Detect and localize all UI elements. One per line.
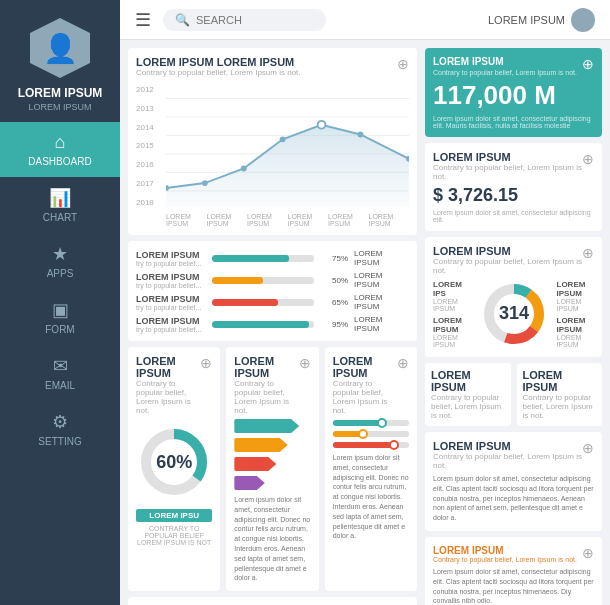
- dollar-stat-header: LOREM IPSUM Contrary to popular belief, …: [433, 151, 594, 181]
- sidebar-nav: ⌂ DASHBOARD 📊 CHART ★ APPS ▣ FORM ✉ EMAI…: [0, 122, 120, 457]
- sidebar-item-email[interactable]: ✉ EMAIL: [0, 345, 120, 401]
- half-card-1: LOREM IPSUM Contrary to popular belief, …: [517, 363, 603, 426]
- donut-info: LOREM IPSU CONTRARY TO POPULAR BELIEF LO…: [136, 509, 212, 546]
- progress-pct-2: 65%: [320, 298, 348, 307]
- chart-title-group: LOREM IPSUM LOREM IPSUM Contrary to popu…: [136, 56, 301, 77]
- donut-right-title: LOREM IPSUM: [433, 245, 582, 257]
- slider-thumb-0[interactable]: [377, 418, 387, 428]
- text-card-add-button[interactable]: ⊕: [582, 440, 594, 470]
- year-2015: 2015: [136, 141, 164, 150]
- chart-add-button[interactable]: ⊕: [397, 56, 409, 72]
- progress-bg-2: [212, 299, 314, 306]
- big-stat-title-group: LOREM IPSUM Contrary to popular belief, …: [433, 56, 577, 76]
- sidebar-label-apps: APPS: [47, 268, 74, 279]
- dollar-stat-add-button[interactable]: ⊕: [582, 151, 594, 167]
- dashboard-icon: ⌂: [55, 132, 66, 153]
- sliders-body: Lorem ipsum dolor sit amet, consectetur …: [333, 453, 409, 541]
- slider-row-2: [333, 442, 409, 448]
- sidebar: 👤 LOREM IPSUM LOREM IPSUM ⌂ DASHBOARD 📊 …: [0, 0, 120, 605]
- search-input[interactable]: [196, 14, 314, 26]
- half-card-subtitle-1: Contrary to popular belief, Lorem Ipsum …: [523, 393, 597, 420]
- donut-card-title: LOREM IPSUM: [136, 355, 200, 379]
- donut-rr-0: LOREM IPSUM LOREM IPSUM: [557, 280, 595, 312]
- chart-icon: 📊: [49, 187, 71, 209]
- arrow-card-title: LOREM IPSUM: [234, 355, 298, 379]
- big-stat-title: LOREM IPSUM: [433, 56, 577, 67]
- svg-point-8: [202, 180, 208, 186]
- progress-fill-1: [212, 277, 263, 284]
- big-stat-add-button[interactable]: ⊕: [582, 56, 594, 72]
- orange-card-body: Lorem ipsum dolor sit amet, consectetur …: [433, 567, 594, 605]
- sidebar-item-apps[interactable]: ★ APPS: [0, 233, 120, 289]
- arrow-add-button[interactable]: ⊕: [299, 355, 311, 371]
- two-col-cards: LOREM IPSUM Contrary to popular belief, …: [425, 363, 602, 426]
- topbar: ☰ 🔍 LOREM IPSUM: [120, 0, 610, 40]
- progress-fill-0: [212, 255, 289, 262]
- line-chart-svg: [166, 81, 409, 207]
- slider-fill-2: [333, 442, 394, 448]
- donut-right-add-button[interactable]: ⊕: [582, 245, 594, 261]
- donut-right-card: LOREM IPSUM Contrary to popular belief, …: [425, 237, 602, 357]
- slider-thumb-2[interactable]: [389, 440, 399, 450]
- sidebar-item-setting[interactable]: ⚙ SETTING: [0, 401, 120, 457]
- chart-x-labels: LOREM IPSUM LOREM IPSUM LOREM IPSUM LORE…: [166, 213, 409, 227]
- progress-card: LOREM IPSUM try to popular belief... 75%…: [128, 241, 417, 341]
- sliders-card: LOREM IPSUM Contrary to popular belief, …: [325, 347, 417, 591]
- donut-rr-1: LOREM IPSUM LOREM IPSUM: [557, 316, 595, 348]
- progress-section: LOREM IPSUM try to popular belief... 75%…: [136, 249, 409, 333]
- progress-label-0: LOREM IPSUM try to popular belief...: [136, 250, 206, 267]
- user-avatar: [571, 8, 595, 32]
- sidebar-label-setting: SETTING: [38, 436, 81, 447]
- year-2012: 2012: [136, 85, 164, 94]
- progress-pct-3: 95%: [320, 320, 348, 329]
- big-stat-value: 117,000 M: [433, 80, 594, 111]
- orange-card-add-button[interactable]: ⊕: [582, 545, 594, 563]
- sliders-title-group: LOREM IPSUM Contrary to popular belief, …: [333, 355, 397, 415]
- search-bar: 🔍: [163, 9, 326, 31]
- sidebar-item-form[interactable]: ▣ FORM: [0, 289, 120, 345]
- x-label-2: LOREM IPSUM: [247, 213, 288, 227]
- arrow-card: LOREM IPSUM Contrary to popular belief, …: [226, 347, 318, 591]
- year-2018: 2018: [136, 198, 164, 207]
- slider-thumb-1[interactable]: [358, 429, 368, 439]
- arrow-row-1: [234, 438, 310, 452]
- progress-fill-3: [212, 321, 309, 328]
- arrow-1: [234, 438, 287, 452]
- sidebar-label-email: EMAIL: [45, 380, 75, 391]
- arrow-body: Lorem ipsum dolor sit amet, consectetur …: [234, 495, 310, 583]
- sliders-card-title: LOREM IPSUM: [333, 355, 397, 379]
- sidebar-label-form: FORM: [45, 324, 74, 335]
- donut-right-labels-right: LOREM IPSUM LOREM IPSUM LOREM IPSUM LORE…: [557, 280, 595, 348]
- progress-pct-0: 75%: [320, 254, 348, 263]
- sliders-card-header: LOREM IPSUM Contrary to popular belief, …: [333, 355, 409, 415]
- big-stat-subtitle: Contrary to popular belief, Lorem Ipsum …: [433, 69, 577, 76]
- sidebar-item-chart[interactable]: 📊 CHART: [0, 177, 120, 233]
- chart-card-header: LOREM IPSUM LOREM IPSUM Contrary to popu…: [136, 56, 409, 77]
- orange-card: LOREM IPSUM Contrary to popular belief, …: [425, 537, 602, 605]
- dollar-stat-title: LOREM IPSUM: [433, 151, 582, 163]
- big-stat-header: LOREM IPSUM Contrary to popular belief, …: [433, 56, 594, 76]
- sidebar-label-chart: CHART: [43, 212, 77, 223]
- arrow-card-subtitle: Contrary to popular belief, Lorem Ipsum …: [234, 379, 298, 415]
- chart-card: LOREM IPSUM LOREM IPSUM Contrary to popu…: [128, 48, 417, 235]
- donut-right-svg: 314: [479, 279, 549, 349]
- svg-text:314: 314: [498, 303, 528, 323]
- donut-right-svg-container: 314: [479, 279, 549, 349]
- chart-card-title: LOREM IPSUM LOREM IPSUM: [136, 56, 301, 68]
- progress-bg-0: [212, 255, 314, 262]
- avatar-icon: 👤: [43, 32, 78, 65]
- svg-point-12: [357, 132, 363, 138]
- menu-icon[interactable]: ☰: [135, 9, 151, 31]
- sliders-add-button[interactable]: ⊕: [397, 355, 409, 371]
- dollar-stat-subtitle: Contrary to popular belief, Lorem Ipsum …: [433, 163, 582, 181]
- slider-track-0: [333, 420, 409, 426]
- donut-add-button[interactable]: ⊕: [200, 355, 212, 371]
- sliders-card-subtitle: Contrary to popular belief, Lorem Ipsum …: [333, 379, 397, 415]
- slider-fill-0: [333, 420, 383, 426]
- topbar-user: LOREM IPSUM: [488, 8, 595, 32]
- donut-container: 60%: [139, 427, 209, 497]
- sidebar-item-dashboard[interactable]: ⌂ DASHBOARD: [0, 122, 120, 177]
- big-stat-card: LOREM IPSUM Contrary to popular belief, …: [425, 48, 602, 137]
- arrow-row-0: [234, 419, 310, 433]
- x-label-3: LOREM IPSUM: [288, 213, 329, 227]
